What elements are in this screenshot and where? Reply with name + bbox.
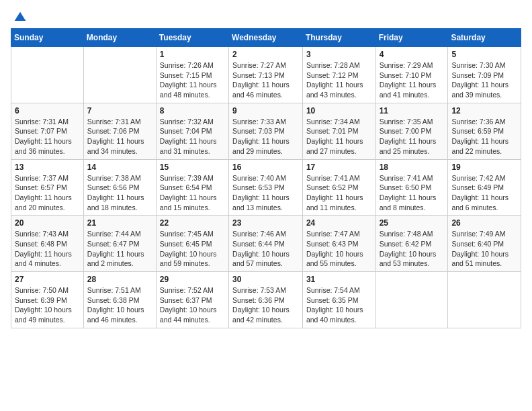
calendar-cell: 20Sunrise: 7:43 AM Sunset: 6:48 PM Dayli… [11, 216, 84, 272]
calendar-week-row: 20Sunrise: 7:43 AM Sunset: 6:48 PM Dayli… [11, 216, 521, 272]
day-number: 26 [451, 218, 517, 228]
day-number: 28 [87, 275, 152, 284]
day-number: 18 [380, 163, 445, 172]
calendar-cell: 15Sunrise: 7:39 AM Sunset: 6:54 PM Dayli… [156, 159, 228, 216]
day-number: 16 [232, 163, 299, 172]
day-info: Sunrise: 7:43 AM Sunset: 6:48 PM Dayligh… [15, 229, 80, 269]
calendar-cell: 17Sunrise: 7:41 AM Sunset: 6:52 PM Dayli… [302, 159, 375, 216]
day-info: Sunrise: 7:41 AM Sunset: 6:50 PM Dayligh… [380, 173, 445, 213]
day-info: Sunrise: 7:46 AM Sunset: 6:44 PM Dayligh… [232, 229, 299, 269]
calendar-cell: 16Sunrise: 7:40 AM Sunset: 6:53 PM Dayli… [229, 159, 303, 216]
calendar-day-header: Tuesday [156, 29, 228, 47]
calendar-cell: 21Sunrise: 7:44 AM Sunset: 6:47 PM Dayli… [83, 216, 156, 272]
calendar-cell: 7Sunrise: 7:31 AM Sunset: 7:06 PM Daylig… [83, 103, 156, 159]
calendar-header-row: SundayMondayTuesdayWednesdayThursdayFrid… [11, 29, 521, 47]
day-number: 4 [380, 50, 445, 59]
calendar-day-header: Friday [375, 29, 448, 47]
calendar-cell [83, 47, 156, 103]
calendar-cell: 23Sunrise: 7:46 AM Sunset: 6:44 PM Dayli… [229, 216, 303, 272]
day-number: 27 [15, 275, 80, 284]
day-number: 30 [232, 275, 299, 284]
calendar-cell: 25Sunrise: 7:48 AM Sunset: 6:42 PM Dayli… [375, 216, 448, 272]
calendar-cell: 22Sunrise: 7:45 AM Sunset: 6:45 PM Dayli… [156, 216, 228, 272]
calendar-cell: 14Sunrise: 7:38 AM Sunset: 6:56 PM Dayli… [83, 159, 156, 216]
calendar-cell: 30Sunrise: 7:53 AM Sunset: 6:36 PM Dayli… [229, 272, 303, 328]
day-number: 29 [160, 275, 225, 284]
calendar-cell: 31Sunrise: 7:54 AM Sunset: 6:35 PM Dayli… [302, 272, 375, 328]
day-number: 6 [15, 106, 80, 116]
day-number: 9 [232, 106, 299, 116]
calendar-week-row: 1Sunrise: 7:26 AM Sunset: 7:15 PM Daylig… [11, 47, 521, 103]
day-number: 20 [15, 218, 80, 228]
day-info: Sunrise: 7:48 AM Sunset: 6:42 PM Dayligh… [380, 229, 445, 269]
calendar-cell: 26Sunrise: 7:49 AM Sunset: 6:40 PM Dayli… [448, 216, 521, 272]
day-info: Sunrise: 7:30 AM Sunset: 7:09 PM Dayligh… [451, 60, 517, 100]
day-number: 8 [160, 106, 225, 116]
calendar-cell: 6Sunrise: 7:31 AM Sunset: 7:07 PM Daylig… [11, 103, 84, 159]
day-info: Sunrise: 7:51 AM Sunset: 6:38 PM Dayligh… [87, 285, 152, 325]
day-info: Sunrise: 7:26 AM Sunset: 7:15 PM Dayligh… [160, 60, 225, 100]
calendar-cell: 12Sunrise: 7:36 AM Sunset: 6:59 PM Dayli… [448, 103, 521, 159]
day-number: 7 [87, 106, 152, 116]
day-number: 31 [306, 275, 372, 284]
day-number: 13 [15, 163, 80, 172]
day-info: Sunrise: 7:29 AM Sunset: 7:10 PM Dayligh… [380, 60, 445, 100]
day-info: Sunrise: 7:41 AM Sunset: 6:52 PM Dayligh… [306, 173, 372, 213]
calendar-cell: 27Sunrise: 7:50 AM Sunset: 6:39 PM Dayli… [11, 272, 84, 328]
day-info: Sunrise: 7:36 AM Sunset: 6:59 PM Dayligh… [451, 117, 517, 156]
calendar-cell: 5Sunrise: 7:30 AM Sunset: 7:09 PM Daylig… [448, 47, 521, 103]
day-info: Sunrise: 7:45 AM Sunset: 6:45 PM Dayligh… [160, 229, 225, 269]
day-info: Sunrise: 7:50 AM Sunset: 6:39 PM Dayligh… [15, 285, 80, 325]
calendar-cell: 13Sunrise: 7:37 AM Sunset: 6:57 PM Dayli… [11, 159, 84, 216]
logo [11, 11, 27, 21]
day-number: 3 [306, 50, 372, 59]
day-number: 24 [306, 218, 372, 228]
day-number: 14 [87, 163, 152, 172]
calendar-cell: 3Sunrise: 7:28 AM Sunset: 7:12 PM Daylig… [302, 47, 375, 103]
calendar-cell: 11Sunrise: 7:35 AM Sunset: 7:00 PM Dayli… [375, 103, 448, 159]
day-info: Sunrise: 7:49 AM Sunset: 6:40 PM Dayligh… [451, 229, 517, 269]
day-info: Sunrise: 7:39 AM Sunset: 6:54 PM Dayligh… [160, 173, 225, 213]
day-number: 11 [380, 106, 445, 116]
page-header [11, 11, 521, 21]
day-info: Sunrise: 7:32 AM Sunset: 7:04 PM Dayligh… [160, 117, 225, 156]
calendar-cell [11, 47, 84, 103]
calendar-day-header: Monday [83, 29, 156, 47]
day-number: 23 [232, 218, 299, 228]
calendar-cell [375, 272, 448, 328]
svg-marker-0 [15, 12, 26, 21]
day-info: Sunrise: 7:44 AM Sunset: 6:47 PM Dayligh… [87, 229, 152, 269]
day-info: Sunrise: 7:31 AM Sunset: 7:06 PM Dayligh… [87, 117, 152, 156]
calendar-day-header: Sunday [11, 29, 84, 47]
day-info: Sunrise: 7:40 AM Sunset: 6:53 PM Dayligh… [232, 173, 299, 213]
day-info: Sunrise: 7:34 AM Sunset: 7:01 PM Dayligh… [306, 117, 372, 156]
calendar-week-row: 27Sunrise: 7:50 AM Sunset: 6:39 PM Dayli… [11, 272, 521, 328]
calendar-cell: 29Sunrise: 7:52 AM Sunset: 6:37 PM Dayli… [156, 272, 228, 328]
calendar-cell: 1Sunrise: 7:26 AM Sunset: 7:15 PM Daylig… [156, 47, 228, 103]
calendar-week-row: 13Sunrise: 7:37 AM Sunset: 6:57 PM Dayli… [11, 159, 521, 216]
day-info: Sunrise: 7:53 AM Sunset: 6:36 PM Dayligh… [232, 285, 299, 325]
day-info: Sunrise: 7:47 AM Sunset: 6:43 PM Dayligh… [306, 229, 372, 269]
calendar-cell: 2Sunrise: 7:27 AM Sunset: 7:13 PM Daylig… [229, 47, 303, 103]
day-number: 1 [160, 50, 225, 59]
calendar-day-header: Saturday [448, 29, 521, 47]
calendar-day-header: Thursday [302, 29, 375, 47]
day-number: 10 [306, 106, 372, 116]
logo-icon [13, 11, 27, 24]
day-info: Sunrise: 7:52 AM Sunset: 6:37 PM Dayligh… [160, 285, 225, 325]
calendar-cell: 4Sunrise: 7:29 AM Sunset: 7:10 PM Daylig… [375, 47, 448, 103]
calendar-cell: 28Sunrise: 7:51 AM Sunset: 6:38 PM Dayli… [83, 272, 156, 328]
day-number: 15 [160, 163, 225, 172]
day-number: 2 [232, 50, 299, 59]
day-info: Sunrise: 7:54 AM Sunset: 6:35 PM Dayligh… [306, 285, 372, 325]
calendar-week-row: 6Sunrise: 7:31 AM Sunset: 7:07 PM Daylig… [11, 103, 521, 159]
day-info: Sunrise: 7:38 AM Sunset: 6:56 PM Dayligh… [87, 173, 152, 213]
day-info: Sunrise: 7:35 AM Sunset: 7:00 PM Dayligh… [380, 117, 445, 156]
calendar-cell: 24Sunrise: 7:47 AM Sunset: 6:43 PM Dayli… [302, 216, 375, 272]
day-number: 25 [380, 218, 445, 228]
calendar-table: SundayMondayTuesdayWednesdayThursdayFrid… [11, 28, 521, 328]
calendar-cell [448, 272, 521, 328]
calendar-day-header: Wednesday [229, 29, 303, 47]
day-info: Sunrise: 7:28 AM Sunset: 7:12 PM Dayligh… [306, 60, 372, 100]
day-number: 19 [451, 163, 517, 172]
